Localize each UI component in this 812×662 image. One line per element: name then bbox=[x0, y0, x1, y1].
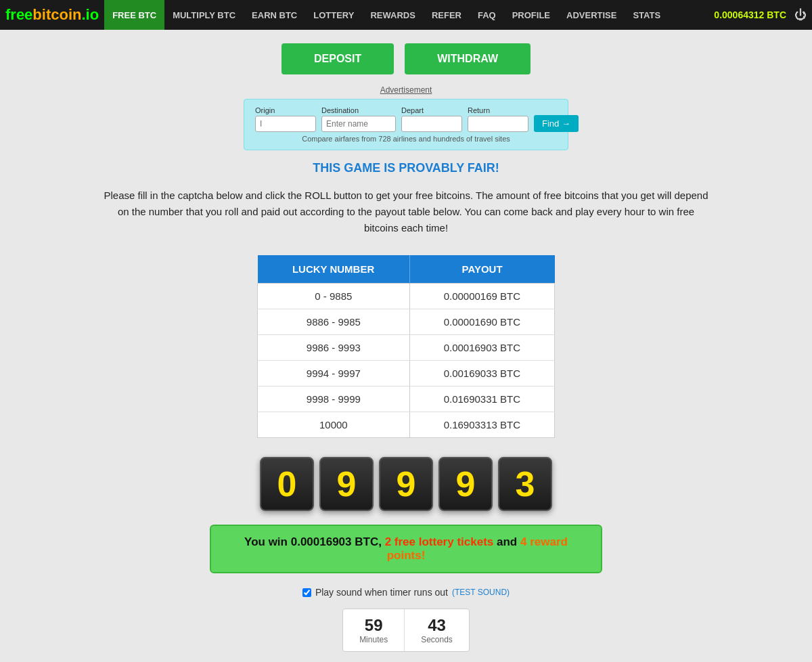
nav-item-profile[interactable]: PROFILE bbox=[504, 0, 558, 30]
action-buttons: DEPOSIT WITHDRAW bbox=[61, 43, 751, 74]
timer-minutes-cell: 59 Minutes bbox=[343, 609, 405, 651]
timer-seconds-cell: 43 Seconds bbox=[405, 609, 469, 651]
logo-bitcoin: bitcoin bbox=[32, 6, 81, 23]
win-lottery: 2 free lottery tickets bbox=[385, 535, 494, 548]
nav-item-faq[interactable]: FAQ bbox=[470, 0, 504, 30]
nav-item-advertise[interactable]: ADVERTISE bbox=[558, 0, 625, 30]
table-row: 9998 - 99990.01690331 BTC bbox=[258, 387, 555, 412]
main-content: DEPOSIT WITHDRAW Advertisement Origin De… bbox=[34, 30, 778, 662]
ad-destination-input[interactable] bbox=[321, 116, 396, 132]
lucky-number-cell: 9994 - 9997 bbox=[258, 361, 410, 387]
site-logo[interactable]: freebitcoin.io bbox=[5, 6, 99, 24]
nav-item-free-btc[interactable]: FREE BTC bbox=[104, 0, 164, 30]
lucky-number-cell: 9998 - 9999 bbox=[258, 387, 410, 412]
ad-box: Origin Destination Depart Return Find → … bbox=[244, 99, 568, 150]
ad-find-button[interactable]: Find → bbox=[534, 115, 579, 132]
lucky-number-cell: 10000 bbox=[258, 412, 410, 438]
col-payout: PAYOUT bbox=[409, 255, 554, 284]
description-text: Please fill in the captcha below and cli… bbox=[102, 187, 710, 236]
dice-digit: 9 bbox=[379, 457, 433, 511]
nav-items: FREE BTC MULTIPLY BTC EARN BTC LOTTERY R… bbox=[104, 0, 714, 30]
sound-row: Play sound when timer runs out (TEST SOU… bbox=[61, 587, 751, 598]
ad-origin-input[interactable] bbox=[255, 116, 316, 132]
payout-table: LUCKY NUMBER PAYOUT 0 - 98850.00000169 B… bbox=[257, 255, 555, 438]
ad-footer-text: Compare airfares from 728 airlines and h… bbox=[255, 135, 557, 143]
logo-domain: .io bbox=[81, 6, 99, 23]
sound-checkbox[interactable] bbox=[302, 588, 311, 597]
ad-depart-label: Depart bbox=[401, 106, 462, 114]
ad-origin-group: Origin bbox=[255, 106, 316, 132]
withdraw-button[interactable]: WITHDRAW bbox=[405, 43, 531, 74]
payout-cell: 0.00016903 BTC bbox=[409, 335, 554, 361]
ad-depart-group: Depart bbox=[401, 106, 462, 132]
table-row: 100000.16903313 BTC bbox=[258, 412, 555, 438]
timer-box: 59 Minutes 43 Seconds bbox=[61, 609, 751, 652]
dice-digit: 3 bbox=[498, 457, 552, 511]
payout-cell: 0.00000169 BTC bbox=[409, 284, 554, 309]
ad-destination-label: Destination bbox=[321, 106, 396, 114]
ad-return-input[interactable] bbox=[468, 116, 528, 132]
ad-origin-label: Origin bbox=[255, 106, 316, 114]
table-row: 0 - 98850.00000169 BTC bbox=[258, 284, 555, 309]
dice-display: 09993 bbox=[61, 457, 751, 511]
dice-digit: 9 bbox=[319, 457, 374, 511]
payout-cell: 0.16903313 BTC bbox=[409, 412, 554, 438]
win-banner: You win 0.00016903 BTC, 2 free lottery t… bbox=[210, 525, 602, 573]
power-icon[interactable]: ⏻ bbox=[794, 8, 807, 22]
payout-cell: 0.00001690 BTC bbox=[409, 309, 554, 335]
col-lucky-number: LUCKY NUMBER bbox=[258, 255, 410, 284]
table-row: 9994 - 99970.00169033 BTC bbox=[258, 361, 555, 387]
nav-item-refer[interactable]: REFER bbox=[424, 0, 470, 30]
ad-fields: Origin Destination Depart Return Find → bbox=[255, 106, 557, 132]
nav-item-rewards[interactable]: REWARDS bbox=[362, 0, 423, 30]
win-and: and bbox=[497, 535, 517, 548]
win-prefix: You win 0.00016903 BTC, bbox=[244, 535, 382, 548]
table-row: 9986 - 99930.00016903 BTC bbox=[258, 335, 555, 361]
nav-item-lottery[interactable]: LOTTERY bbox=[305, 0, 362, 30]
timer-minutes-label: Minutes bbox=[359, 635, 388, 644]
payout-cell: 0.00169033 BTC bbox=[409, 361, 554, 387]
logo-free: free bbox=[5, 6, 32, 23]
timer-seconds-label: Seconds bbox=[421, 635, 453, 644]
lucky-number-cell: 9886 - 9985 bbox=[258, 309, 410, 335]
balance-display: 0.00064312 BTC bbox=[714, 9, 786, 20]
payout-cell: 0.01690331 BTC bbox=[409, 387, 554, 412]
dice-digit: 9 bbox=[438, 457, 493, 511]
timer-seconds-value: 43 bbox=[421, 616, 453, 635]
ad-destination-group: Destination bbox=[321, 106, 396, 132]
ad-return-label: Return bbox=[468, 106, 528, 114]
sound-label[interactable]: Play sound when timer runs out bbox=[315, 587, 448, 598]
test-sound-link[interactable]: (TEST SOUND) bbox=[452, 588, 510, 597]
lucky-number-cell: 9986 - 9993 bbox=[258, 335, 410, 361]
provably-fair-heading: THIS GAME IS PROVABLY FAIR! bbox=[61, 161, 751, 175]
nav-item-earn-btc[interactable]: EARN BTC bbox=[244, 0, 305, 30]
table-row: 9886 - 99850.00001690 BTC bbox=[258, 309, 555, 335]
nav-item-multiply-btc[interactable]: MULTIPLY BTC bbox=[164, 0, 244, 30]
timer-minutes-value: 59 bbox=[359, 616, 388, 635]
ad-return-group: Return bbox=[468, 106, 528, 132]
navigation: freebitcoin.io FREE BTC MULTIPLY BTC EAR… bbox=[0, 0, 812, 30]
advertisement-section: Advertisement Origin Destination Depart … bbox=[61, 85, 751, 150]
payout-table-wrapper: LUCKY NUMBER PAYOUT 0 - 98850.00000169 B… bbox=[61, 255, 751, 438]
deposit-button[interactable]: DEPOSIT bbox=[281, 43, 394, 74]
timer-inner: 59 Minutes 43 Seconds bbox=[342, 609, 470, 652]
ad-depart-input[interactable] bbox=[401, 116, 462, 132]
nav-item-stats[interactable]: STATS bbox=[625, 0, 669, 30]
ad-label: Advertisement bbox=[380, 85, 432, 95]
dice-digit: 0 bbox=[260, 457, 314, 511]
lucky-number-cell: 0 - 9885 bbox=[258, 284, 410, 309]
